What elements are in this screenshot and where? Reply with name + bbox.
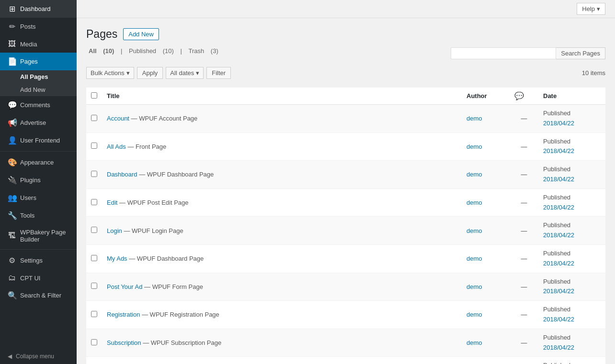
pages-submenu: All Pages Add New bbox=[0, 70, 77, 96]
help-button[interactable]: Help ▾ bbox=[577, 3, 605, 15]
row-checkbox-cell bbox=[86, 217, 102, 245]
filter-published-link[interactable]: Published (10) bbox=[126, 47, 178, 55]
sidebar-item-tools[interactable]: 🔧 Tools bbox=[0, 207, 77, 224]
row-author-cell: demo bbox=[462, 357, 510, 364]
bulk-actions-label: Bulk Actions bbox=[91, 69, 125, 77]
date-link[interactable]: 2018/04/22 bbox=[543, 344, 574, 351]
sidebar-item-dashboard[interactable]: ⊞ Dashboard bbox=[0, 0, 77, 18]
collapse-label: Collapse menu bbox=[16, 353, 54, 360]
date-link[interactable]: 2018/04/22 bbox=[543, 232, 574, 239]
row-checkbox[interactable] bbox=[91, 339, 97, 345]
date-link[interactable]: 2018/04/22 bbox=[543, 287, 574, 295]
author-link[interactable]: demo bbox=[467, 283, 482, 290]
row-author-cell: demo bbox=[462, 273, 510, 301]
row-checkbox[interactable] bbox=[91, 227, 97, 233]
comment-count: — bbox=[521, 255, 527, 262]
sidebar-item-search-filter[interactable]: 🔍 Search & Filter bbox=[0, 287, 77, 304]
row-date-cell: Published 2018/04/22 bbox=[538, 188, 605, 217]
author-link[interactable]: demo bbox=[467, 311, 482, 318]
date-link[interactable]: 2018/04/22 bbox=[543, 204, 574, 211]
sidebar-item-label: WPBakery Page Builder bbox=[20, 229, 69, 243]
row-checkbox[interactable] bbox=[91, 199, 97, 205]
page-title-link[interactable]: Login bbox=[107, 227, 122, 234]
sidebar-item-users[interactable]: 👥 Users bbox=[0, 189, 77, 207]
tools-icon: 🔧 bbox=[8, 211, 16, 220]
filter-all-link[interactable]: All (10) bbox=[86, 47, 118, 55]
date-status: Published bbox=[543, 138, 570, 145]
date-status: Published bbox=[543, 250, 570, 257]
sidebar-item-posts[interactable]: ✏ Posts bbox=[0, 18, 77, 35]
dates-chevron-icon: ▾ bbox=[196, 69, 199, 77]
table-row: My Ads — WPUF Dashboard Page demo — Publ… bbox=[86, 244, 605, 273]
date-link[interactable]: 2018/04/22 bbox=[543, 260, 574, 267]
author-link[interactable]: demo bbox=[467, 339, 482, 346]
sidebar-item-pages[interactable]: 📄 Pages bbox=[0, 53, 77, 70]
table-row: Login — WPUF Login Page demo — Published… bbox=[86, 217, 605, 245]
row-checkbox[interactable] bbox=[91, 311, 97, 317]
row-date-cell: Published 2018/04/22 bbox=[538, 244, 605, 273]
sidebar-sub-item-all-pages[interactable]: All Pages bbox=[0, 70, 77, 83]
sidebar-item-wpbakery[interactable]: 🏗 WPBakery Page Builder bbox=[0, 224, 77, 247]
date-link[interactable]: 2018/04/22 bbox=[543, 176, 574, 183]
page-title-link[interactable]: Subscription bbox=[107, 339, 141, 346]
author-link[interactable]: demo bbox=[467, 115, 482, 122]
row-checkbox[interactable] bbox=[91, 255, 97, 261]
collapse-icon: ◀ bbox=[8, 353, 12, 360]
page-title-link[interactable]: Account bbox=[107, 115, 129, 122]
comment-bubble-icon: 💬 bbox=[514, 92, 524, 100]
page-title-link[interactable]: All Ads bbox=[107, 143, 126, 150]
apply-button[interactable]: Apply bbox=[137, 67, 163, 79]
page-title-link[interactable]: Registration bbox=[107, 311, 140, 318]
row-checkbox-cell bbox=[86, 273, 102, 301]
search-input[interactable] bbox=[451, 47, 556, 59]
date-link[interactable]: 2018/04/22 bbox=[543, 120, 574, 127]
page-title-link[interactable]: Edit bbox=[107, 199, 117, 206]
row-checkbox[interactable] bbox=[91, 283, 97, 289]
sidebar-item-label: Comments bbox=[20, 101, 50, 109]
author-link[interactable]: demo bbox=[467, 199, 482, 206]
sidebar-item-media[interactable]: 🖼 Media bbox=[0, 35, 77, 53]
sidebar-item-cpt-ui[interactable]: 🗂 CPT UI bbox=[0, 269, 77, 287]
comment-count: — bbox=[521, 339, 527, 346]
page-title-link[interactable]: My Ads bbox=[107, 255, 127, 262]
media-icon: 🖼 bbox=[8, 40, 16, 48]
page-title-link[interactable]: Dashboard bbox=[107, 171, 137, 178]
sidebar-item-advertise[interactable]: 📢 Advertise bbox=[0, 114, 77, 132]
sidebar-sub-item-add-new[interactable]: Add New bbox=[0, 83, 77, 96]
sidebar-item-comments[interactable]: 💬 Comments bbox=[0, 96, 77, 114]
bulk-actions-select[interactable]: Bulk Actions ▾ bbox=[86, 67, 134, 79]
author-link[interactable]: demo bbox=[467, 255, 482, 262]
items-count: 10 items bbox=[582, 69, 605, 77]
row-checkbox[interactable] bbox=[91, 143, 97, 149]
search-pages-button[interactable]: Search Pages bbox=[556, 47, 605, 59]
table-row: Update Profile — WPUF Profile Edit Page … bbox=[86, 357, 605, 364]
add-new-button[interactable]: Add New bbox=[123, 28, 159, 40]
sidebar-item-plugins[interactable]: 🔌 Plugins bbox=[0, 171, 77, 189]
author-link[interactable]: demo bbox=[467, 171, 482, 178]
sidebar-item-label: CPT UI bbox=[20, 275, 40, 282]
sidebar-item-label: User Frontend bbox=[20, 137, 60, 144]
sidebar-divider-2 bbox=[0, 249, 77, 250]
author-link[interactable]: demo bbox=[467, 143, 482, 150]
sidebar-item-label: Dashboard bbox=[20, 5, 51, 12]
row-checkbox-cell bbox=[86, 188, 102, 217]
date-link[interactable]: 2018/04/22 bbox=[543, 316, 574, 323]
sidebar-item-settings[interactable]: ⚙ Settings bbox=[0, 252, 77, 269]
page-title-link[interactable]: Post Your Ad bbox=[107, 283, 142, 290]
date-column-header[interactable]: Date bbox=[538, 88, 605, 105]
dates-select[interactable]: All dates ▾ bbox=[166, 67, 204, 79]
comment-count: — bbox=[521, 283, 527, 290]
select-all-checkbox[interactable] bbox=[91, 92, 97, 99]
sidebar-item-user-frontend[interactable]: 👤 User Frontend bbox=[0, 132, 77, 149]
author-link[interactable]: demo bbox=[467, 227, 482, 234]
filter-trash-link[interactable]: Trash (3) bbox=[186, 47, 220, 55]
row-title-cell: Update Profile — WPUF Profile Edit Page bbox=[102, 357, 462, 364]
sidebar-item-appearance[interactable]: 🎨 Appearance bbox=[0, 154, 77, 171]
title-column-header[interactable]: Title bbox=[102, 88, 462, 105]
row-checkbox[interactable] bbox=[91, 171, 97, 177]
date-link[interactable]: 2018/04/22 bbox=[543, 147, 574, 154]
filter-button[interactable]: Filter bbox=[206, 67, 231, 79]
collapse-menu-button[interactable]: ◀ Collapse menu bbox=[0, 349, 77, 364]
row-date-cell: Published 2018/04/22 bbox=[538, 329, 605, 357]
row-checkbox[interactable] bbox=[91, 115, 97, 121]
